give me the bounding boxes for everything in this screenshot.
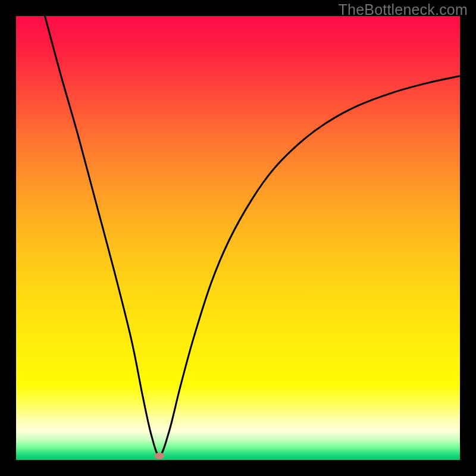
optimal-point-marker <box>155 452 164 459</box>
chart-frame <box>16 16 460 460</box>
bottleneck-curve-path <box>45 16 460 456</box>
bottleneck-curve-svg <box>16 16 460 460</box>
